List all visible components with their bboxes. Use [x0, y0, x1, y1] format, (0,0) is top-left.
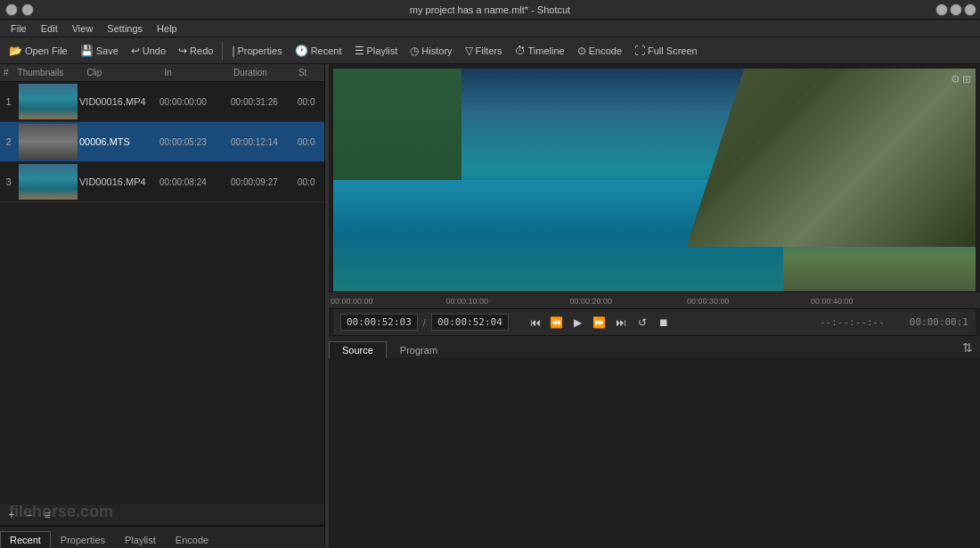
- preview-tabs: Source Program: [329, 336, 955, 358]
- tab-playlist[interactable]: Playlist: [115, 531, 166, 548]
- col-clip: Clip: [86, 68, 164, 78]
- ruler-marks-container: 00:00:00:00 00:00:10:00 00:00:20:00 00:0…: [329, 292, 980, 308]
- go-to-end-button[interactable]: ⏭: [612, 314, 630, 331]
- restore-btn[interactable]: [950, 4, 962, 16]
- play-next-button[interactable]: ⏩: [591, 314, 608, 331]
- tab-encode[interactable]: Encode: [166, 531, 218, 548]
- bottom-left-tabs: Recent Properties Playlist Encode: [0, 526, 324, 548]
- clip-in: 00:00:05:23: [159, 137, 231, 147]
- window-title: my project has a name.mlt* - Shotcut: [410, 4, 570, 15]
- minimize-btn[interactable]: [5, 4, 18, 16]
- tab-source[interactable]: Source: [329, 341, 387, 358]
- stop-button[interactable]: ⏹: [655, 314, 673, 331]
- save-button[interactable]: 💾 Save: [75, 43, 124, 59]
- end-time-display: 00:00:00:1: [910, 316, 968, 328]
- ruler-mark-2: 00:00:20:00: [569, 297, 612, 306]
- go-to-start-button[interactable]: ⏮: [527, 314, 544, 331]
- right-panel: ⚙ ⊞ 00:00:00:00 00:00:10:00 00:00:20:00 …: [329, 64, 980, 548]
- ruler-mark-1: 00:00:10:00: [446, 297, 489, 306]
- properties-icon: |: [232, 45, 234, 57]
- left-panel: # Thumbnails Clip In Duration St 1 VID00…: [0, 64, 325, 548]
- preview-image: [333, 69, 976, 291]
- clip-name: VID00016.MP4: [79, 96, 159, 107]
- fullscreen-icon: ⛶: [634, 45, 645, 57]
- clip-in: 00:00:00:00: [159, 97, 231, 107]
- menu-view[interactable]: View: [65, 23, 101, 34]
- right-time-display: --:--:--:--: [820, 316, 885, 328]
- tab-properties[interactable]: Properties: [51, 531, 115, 548]
- thumb-image: [19, 84, 78, 119]
- row-num: 2: [0, 136, 17, 147]
- thumb-image: [19, 164, 78, 200]
- preview-icon-bar: ⚙ ⊞: [951, 73, 971, 86]
- row-num: 3: [0, 176, 17, 187]
- clip-info: VID00016.MP4 00:00:08:24 00:00:09:27 00:…: [79, 175, 324, 189]
- filters-button[interactable]: ▽ Filters: [460, 43, 508, 59]
- transport-bar: 00:00:52:03 / 00:00:52:04 ⏮ ⏪ ▶ ⏩ ⏭ ↺ ⏹ …: [333, 309, 976, 336]
- redo-button[interactable]: ↪ Redo: [173, 43, 218, 59]
- video-preview: ⚙ ⊞: [333, 69, 976, 291]
- winclose-btn[interactable]: [964, 4, 976, 16]
- clip-list: # Thumbnails Clip In Duration St 1 VID00…: [0, 64, 324, 284]
- clip-st: 00:0: [298, 177, 324, 187]
- clip-info: 00006.MTS 00:00:05:23 00:00:12:14 00:0: [79, 135, 324, 149]
- ruler-mark-4: 00:00:40:00: [811, 297, 853, 306]
- clip-in: 00:00:08:24: [159, 177, 231, 187]
- menu-file[interactable]: File: [4, 23, 34, 34]
- clip-list-header: # Thumbnails Clip In Duration St: [0, 64, 324, 82]
- col-st: St: [298, 68, 324, 78]
- clip-info: VID00016.MP4 00:00:00:00 00:00:31:26 00:…: [79, 94, 324, 109]
- recent-button[interactable]: 🕐 Recent: [290, 43, 347, 59]
- clip-st: 00:0: [298, 137, 324, 147]
- open-file-button[interactable]: 📂 Open File: [4, 43, 73, 59]
- row-num: 1: [0, 96, 17, 107]
- clip-thumbnail: [19, 164, 78, 200]
- play-prev-button[interactable]: ⏪: [548, 314, 566, 331]
- menu-edit[interactable]: Edit: [34, 23, 65, 34]
- history-button[interactable]: ◷ History: [404, 43, 457, 59]
- clip-duration: 00:00:31:26: [231, 97, 298, 107]
- folder-icon: 📂: [9, 45, 22, 57]
- watermark: filehorse.com: [9, 503, 113, 521]
- preview-tabs-area: Source Program ⇅: [329, 336, 980, 358]
- panel-resize-icon[interactable]: ⇅: [955, 340, 980, 355]
- undo-button[interactable]: ↩ Undo: [126, 43, 171, 59]
- fullscreen-button[interactable]: ⛶ Full Screen: [629, 43, 703, 59]
- clip-thumbnail: [19, 84, 78, 119]
- preview-settings-icon[interactable]: ⚙: [951, 73, 960, 86]
- menubar: File Edit View Settings Help: [0, 20, 980, 37]
- timeline-icon: ⏱: [515, 45, 526, 57]
- ruler-mark-3: 00:00:30:00: [687, 297, 730, 306]
- clip-name: 00006.MTS: [79, 136, 159, 147]
- col-duration: Duration: [233, 68, 298, 78]
- table-row[interactable]: 3 VID00016.MP4 00:00:08:24 00:00:09:27 0…: [0, 162, 324, 202]
- preview-zoom-icon[interactable]: ⊞: [962, 73, 971, 86]
- menu-settings[interactable]: Settings: [100, 23, 150, 34]
- menu-help[interactable]: Help: [150, 23, 184, 34]
- encode-button[interactable]: ⊙ Encode: [572, 43, 627, 59]
- toolbar: 📂 Open File 💾 Save ↩ Undo ↪ Redo | Prope…: [0, 37, 980, 64]
- clip-duration: 00:00:12:14: [231, 137, 298, 147]
- preview-cliff: [687, 69, 976, 247]
- clip-name: VID00016.MP4: [79, 176, 159, 187]
- save-icon: 💾: [80, 45, 94, 57]
- table-row[interactable]: 2 00006.MTS 00:00:05:23 00:00:12:14 00:0: [0, 122, 324, 162]
- thumb-image: [19, 124, 78, 159]
- close-btn[interactable]: [935, 4, 948, 16]
- table-row[interactable]: 1 VID00016.MP4 00:00:00:00 00:00:31:26 0…: [0, 82, 324, 122]
- redo-icon: ↪: [178, 45, 187, 57]
- maximize-btn[interactable]: [21, 4, 34, 16]
- recent-icon: 🕐: [295, 45, 308, 57]
- current-time-display[interactable]: 00:00:52:03: [340, 314, 418, 331]
- tab-recent[interactable]: Recent: [0, 531, 51, 548]
- timeline-button[interactable]: ⏱ Timeline: [510, 43, 570, 59]
- playlist-button[interactable]: ☰ Playlist: [349, 43, 404, 59]
- playlist-icon: ☰: [355, 45, 364, 57]
- play-button[interactable]: ▶: [569, 314, 587, 331]
- loop-button[interactable]: ↺: [633, 314, 651, 331]
- ruler-mark-0: 00:00:00:00: [331, 297, 373, 306]
- tab-program[interactable]: Program: [387, 341, 451, 358]
- titlebar: my project has a name.mlt* - Shotcut: [0, 0, 980, 20]
- properties-button[interactable]: | Properties: [226, 43, 287, 59]
- col-thumbnails: Thumbnails: [18, 68, 87, 78]
